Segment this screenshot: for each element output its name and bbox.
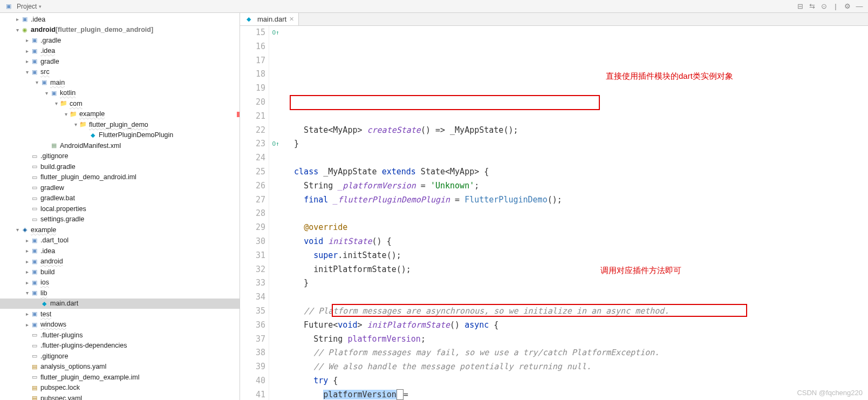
tree-item-pubspec-lock[interactable]: ▤pubspec.lock — [0, 383, 240, 394]
code-line-31[interactable]: // Platform messages may fail, so we use… — [284, 346, 868, 360]
tree-item-androidmanifest-xml[interactable]: ▦AndroidManifest.xml — [0, 140, 240, 151]
code-area[interactable]: 直接使用插件模块的dart类实例对象 调用对应插件方法即可 State<MyAp… — [282, 26, 868, 400]
code-line-33[interactable]: try { — [284, 374, 868, 388]
project-tree[interactable]: ▸▣.idea▾◉android [flutter_plugin_demo_an… — [0, 13, 240, 400]
tree-item--idea[interactable]: ▸▣.idea — [0, 46, 240, 57]
tree-item--flutter-plugins[interactable]: ▭.flutter-plugins — [0, 330, 240, 341]
line-number: 15 — [240, 26, 265, 40]
line-number: 35 — [240, 304, 265, 318]
line-number-gutter: 1516171819202122232425262728293031323334… — [240, 26, 269, 400]
tab-main-dart[interactable]: ◆ main.dart ✕ — [240, 13, 299, 25]
tree-item-example[interactable]: ▾📁example — [0, 109, 240, 120]
line-number: 33 — [240, 276, 265, 290]
tree-item-flutter-plugin-demo-example-iml[interactable]: ▭flutter_plugin_demo_example.iml — [0, 372, 240, 383]
override-marker-icon[interactable]: O↑ — [272, 26, 279, 40]
code-line-28[interactable]: // Platform messages are asynchronous, s… — [284, 304, 868, 318]
divider-icon: | — [831, 2, 840, 11]
code-editor[interactable]: 1516171819202122232425262728293031323334… — [240, 26, 868, 400]
tree-item--dart-tool[interactable]: ▸▣.dart_tool — [0, 235, 240, 246]
override-marker-icon[interactable]: O↑ — [272, 137, 279, 151]
line-number: 20 — [240, 96, 265, 110]
code-line-23[interactable]: void initState() { — [284, 235, 868, 249]
tree-item-gradlew-bat[interactable]: ▭gradlew.bat — [0, 193, 240, 204]
tree-item--idea[interactable]: ▸▣.idea — [0, 14, 240, 25]
line-number: 16 — [240, 40, 265, 54]
tree-item-settings-gradle[interactable]: ▭settings.gradle — [0, 214, 240, 225]
chevron-down-icon: ▾ — [39, 4, 42, 9]
project-icon: ▣ — [4, 2, 13, 11]
tree-item-main[interactable]: ▾▣main — [0, 77, 240, 88]
line-number: 38 — [240, 346, 265, 360]
tree-item-ios[interactable]: ▸▣ios — [0, 277, 240, 288]
settings-gear-icon[interactable]: ⚙ — [843, 2, 852, 11]
line-number: 24 — [240, 151, 265, 165]
tree-item-android[interactable]: ▾◉android [flutter_plugin_demo_android] — [0, 25, 240, 36]
code-line-19[interactable]: String _platformVersion = 'Unknown'; — [284, 179, 868, 193]
code-line-27[interactable] — [284, 290, 868, 304]
code-line-22[interactable]: @override — [284, 221, 868, 235]
annotation-box-1 — [290, 95, 600, 110]
project-tool-label[interactable]: ▣ Project ▾ — [0, 0, 46, 12]
code-line-34[interactable]: platformVersion = — [284, 388, 868, 400]
dart-file-icon: ◆ — [244, 15, 253, 24]
tree-item-test[interactable]: ▸▣test — [0, 309, 240, 320]
hide-icon[interactable]: — — [855, 2, 864, 11]
code-line-21[interactable] — [284, 207, 868, 221]
editor-tabs: ◆ main.dart ✕ — [240, 13, 868, 26]
tree-item--idea[interactable]: ▸▣.idea — [0, 246, 240, 256]
tree-item-android[interactable]: ▸▣android — [0, 256, 240, 267]
code-line-17[interactable] — [284, 151, 868, 165]
tree-item-build[interactable]: ▸▣build — [0, 267, 240, 277]
tree-item-windows[interactable]: ▸▣windows — [0, 320, 240, 330]
code-line-29[interactable]: Future<void> initPlatformState() async { — [284, 318, 868, 333]
line-number: 40 — [240, 374, 265, 388]
tree-item-lib[interactable]: ▾▣lib — [0, 288, 240, 299]
tree-item-gradle[interactable]: ▸▣gradle — [0, 56, 240, 67]
line-number: 28 — [240, 207, 265, 221]
tree-item-local-properties[interactable]: ▭local.properties — [0, 204, 240, 214]
close-tab-icon[interactable]: ✕ — [289, 16, 294, 23]
tree-item-analysis-options-yaml[interactable]: ▤analysis_options.yaml — [0, 362, 240, 372]
code-line-16[interactable]: } — [284, 137, 868, 151]
line-number: 36 — [240, 318, 265, 333]
tree-item-example[interactable]: ▾◈example — [0, 225, 240, 235]
collapse-all-icon[interactable]: ⊟ — [796, 2, 804, 11]
tree-item--gitignore[interactable]: ▭.gitignore — [0, 151, 240, 162]
select-file-icon[interactable]: ⊙ — [819, 2, 828, 11]
tree-item--gitignore[interactable]: ▭.gitignore — [0, 351, 240, 362]
tree-item--gradle[interactable]: ▸▣.gradle — [0, 35, 240, 46]
tree-item-flutter-plugin-demo-android-iml[interactable]: ▭flutter_plugin_demo_android.iml — [0, 172, 240, 183]
line-number: 34 — [240, 290, 265, 304]
code-line-15[interactable]: State<MyApp> createState() => _MyAppStat… — [284, 124, 868, 138]
tree-item-kotlin[interactable]: ▾▣kotlin — [0, 88, 240, 99]
tree-item-gradlew[interactable]: ▭gradlew — [0, 182, 240, 193]
code-line-32[interactable]: // We also handle the message potentiall… — [284, 360, 868, 374]
tree-item-src[interactable]: ▾▣src — [0, 67, 240, 78]
tree-item-build-gradle[interactable]: ▭build.gradle — [0, 161, 240, 172]
tree-item-com[interactable]: ▾📁com — [0, 98, 240, 109]
tool-window-header: ▣ Project ▾ ⊟ ⇆ ⊙ | ⚙ — — [0, 0, 868, 13]
tree-item-pubspec-yaml[interactable]: ▤pubspec.yaml — [0, 393, 240, 400]
tree-item--flutter-plugins-dependencies[interactable]: ▭.flutter-plugins-dependencies — [0, 341, 240, 351]
code-line-18[interactable]: class _MyAppState extends State<MyApp> { — [284, 165, 868, 179]
line-number: 39 — [240, 360, 265, 374]
tree-item-flutter-plugin-demo[interactable]: ▾📁flutter_plugin_demo — [0, 119, 240, 130]
line-number: 22 — [240, 124, 265, 138]
code-line-24[interactable]: super.initState(); — [284, 249, 868, 263]
expand-all-icon[interactable]: ⇆ — [808, 2, 816, 11]
line-number: 30 — [240, 235, 265, 249]
line-number: 31 — [240, 249, 265, 263]
tab-label: main.dart — [257, 15, 286, 23]
line-number: 25 — [240, 165, 265, 179]
line-number: 27 — [240, 193, 265, 207]
code-line-30[interactable]: String platformVersion; — [284, 333, 868, 347]
code-line-25[interactable]: initPlatformState(); — [284, 263, 868, 277]
annotation-text-1: 直接使用插件模块的dart类实例对象 — [606, 69, 733, 83]
code-line-20[interactable]: final _flutterPluginDemoPlugin = Flutter… — [284, 193, 868, 207]
tree-item-flutterplugindemoplugin[interactable]: ◆FlutterPluginDemoPlugin — [0, 130, 240, 141]
project-label-text: Project — [17, 3, 37, 10]
tree-item-main-dart[interactable]: ◆main.dart — [0, 299, 240, 309]
code-line-26[interactable]: } — [284, 276, 868, 290]
line-number: 17 — [240, 54, 265, 68]
line-number: 23 — [240, 137, 265, 151]
